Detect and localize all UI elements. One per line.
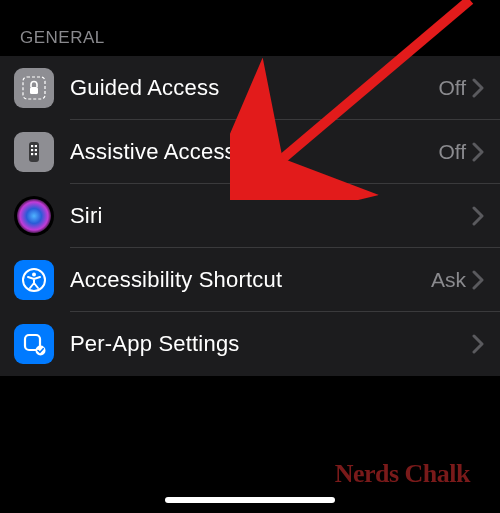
svg-point-12 bbox=[32, 273, 36, 277]
app-checkmark-icon bbox=[14, 324, 54, 364]
chevron-right-icon bbox=[472, 142, 484, 162]
row-label: Accessibility Shortcut bbox=[70, 267, 431, 293]
svg-rect-7 bbox=[31, 153, 33, 155]
row-value: Off bbox=[438, 76, 466, 100]
accessibility-icon bbox=[14, 260, 54, 300]
section-header-general: GENERAL bbox=[0, 0, 500, 56]
row-value: Off bbox=[438, 140, 466, 164]
row-accessibility-shortcut[interactable]: Accessibility Shortcut Ask bbox=[0, 248, 500, 312]
lock-dashed-icon bbox=[14, 68, 54, 108]
svg-rect-1 bbox=[30, 87, 38, 94]
svg-point-9 bbox=[17, 199, 51, 233]
row-label: Assistive Access bbox=[70, 139, 438, 165]
svg-rect-4 bbox=[35, 145, 37, 147]
row-label: Siri bbox=[70, 203, 466, 229]
row-assistive-access[interactable]: Assistive Access Off bbox=[0, 120, 500, 184]
chevron-right-icon bbox=[472, 334, 484, 354]
watermark: Nerds Chalk bbox=[335, 459, 470, 489]
chevron-right-icon bbox=[472, 206, 484, 226]
siri-icon bbox=[14, 196, 54, 236]
row-label: Guided Access bbox=[70, 75, 438, 101]
svg-rect-6 bbox=[35, 149, 37, 151]
row-guided-access[interactable]: Guided Access Off bbox=[0, 56, 500, 120]
row-label: Per-App Settings bbox=[70, 331, 466, 357]
svg-rect-8 bbox=[35, 153, 37, 155]
svg-rect-5 bbox=[31, 149, 33, 151]
svg-rect-3 bbox=[31, 145, 33, 147]
svg-point-14 bbox=[36, 346, 46, 356]
row-siri[interactable]: Siri bbox=[0, 184, 500, 248]
row-per-app-settings[interactable]: Per-App Settings bbox=[0, 312, 500, 376]
row-value: Ask bbox=[431, 268, 466, 292]
chevron-right-icon bbox=[472, 78, 484, 98]
chevron-right-icon bbox=[472, 270, 484, 290]
svg-rect-2 bbox=[29, 142, 39, 162]
home-indicator bbox=[165, 497, 335, 503]
settings-list: Guided Access Off Assistive Access Off bbox=[0, 56, 500, 376]
remote-icon bbox=[14, 132, 54, 172]
